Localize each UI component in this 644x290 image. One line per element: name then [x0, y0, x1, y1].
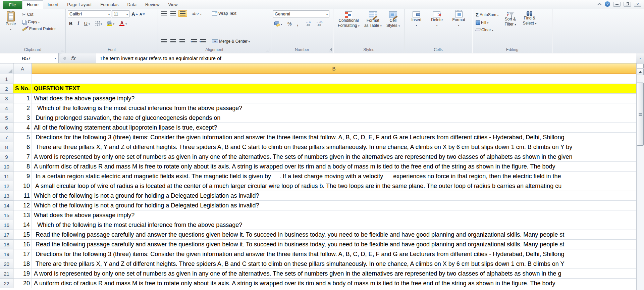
cell-col-b[interactable]: Directions for the following 3 (three) i…	[32, 133, 636, 142]
sort-filter-button[interactable]: AZ Sort & Filter	[502, 10, 518, 46]
cell-col-a[interactable]: 19	[13, 269, 32, 279]
cell-col-b[interactable]: There are three pillars X, Y and Z of di…	[32, 142, 636, 152]
cell-col-b[interactable]: What does the above passage imply?	[32, 94, 636, 103]
cell-col-b[interactable]: Read the following passage carefully and…	[32, 240, 636, 249]
cell-col-b[interactable]: A word is represented by only one set of…	[32, 269, 636, 279]
dialog-launcher-icon[interactable]	[329, 48, 332, 51]
tab-view[interactable]: View	[164, 1, 182, 9]
row-header[interactable]: 8	[0, 142, 13, 152]
borders-button[interactable]	[94, 20, 103, 27]
vertical-scrollbar[interactable]	[636, 63, 644, 290]
align-left-button[interactable]	[160, 39, 168, 44]
find-select-button[interactable]: Find & Select	[521, 10, 538, 46]
number-format-combobox[interactable]: General	[273, 10, 329, 17]
italic-button[interactable]: I	[76, 20, 80, 27]
cell-col-a[interactable]: 12	[13, 201, 32, 210]
cell-col-b[interactable]: Which of the following is the most cruci…	[32, 220, 636, 230]
grow-font-button[interactable]: A	[130, 10, 138, 17]
dialog-launcher-icon[interactable]	[61, 48, 64, 51]
cell-col-a[interactable]: 13	[13, 210, 32, 220]
row-header[interactable]: 2	[0, 84, 13, 94]
column-header-b[interactable]: B	[32, 63, 636, 74]
cell-col-b[interactable]: During prolonged starvation, the rate of…	[32, 113, 636, 123]
expand-formula-bar-icon[interactable]	[636, 53, 644, 63]
cell-col-b[interactable]	[32, 74, 636, 84]
restore-button[interactable]	[624, 2, 631, 7]
dialog-launcher-icon[interactable]	[266, 48, 269, 51]
comma-style-button[interactable]: ,	[296, 20, 300, 27]
row-header[interactable]: 18	[0, 240, 13, 249]
row-header[interactable]: 13	[0, 191, 13, 201]
cell-col-b[interactable]: Which of the following is the most cruci…	[32, 103, 636, 113]
row-header[interactable]: 11	[0, 172, 13, 181]
cell-col-a[interactable]: 11	[13, 191, 32, 201]
cell-col-b[interactable]: Read the following passage carefully and…	[32, 230, 636, 240]
cell-col-a[interactable]: 17	[13, 249, 32, 259]
cell-col-b[interactable]: A small circular loop of wire of radius …	[32, 181, 636, 191]
decrease-decimal-button[interactable]: →.00.00	[315, 20, 324, 27]
cell-col-a[interactable]: 18	[13, 259, 32, 269]
accounting-format-button[interactable]	[273, 21, 283, 27]
row-header[interactable]: 15	[0, 210, 13, 220]
autosum-button[interactable]: Σ AutoSum	[474, 11, 500, 18]
row-header[interactable]: 10	[0, 162, 13, 172]
minimize-button[interactable]	[613, 2, 621, 7]
cell-col-b[interactable]: A uniform disc of radius R and mass M is…	[32, 162, 636, 172]
cell-col-a[interactable]: 14	[13, 220, 32, 230]
clear-button[interactable]: Clear	[474, 27, 500, 33]
cell-col-b[interactable]: All of the following statement about lip…	[32, 123, 636, 133]
row-header[interactable]: 5	[0, 113, 13, 123]
row-header[interactable]: 6	[0, 123, 13, 133]
font-size-combobox[interactable]: 11	[112, 10, 129, 17]
paste-button[interactable]: Paste	[2, 10, 19, 46]
align-center-button[interactable]	[169, 39, 177, 44]
cell-col-a[interactable]: 2	[13, 103, 32, 113]
percent-style-button[interactable]: %	[286, 20, 293, 27]
tab-review[interactable]: Review	[141, 1, 164, 9]
close-button[interactable]: ×	[634, 2, 641, 7]
middle-align-button[interactable]	[169, 11, 177, 16]
row-header[interactable]: 4	[0, 103, 13, 113]
column-header-a[interactable]: A	[13, 63, 32, 74]
cell-col-b[interactable]: A uniform disc of radius R and mass M is…	[32, 279, 636, 288]
cell-col-b[interactable]: In a certain region static electric and …	[32, 172, 636, 181]
format-as-table-button[interactable]: Format as Table	[362, 10, 384, 46]
cell-col-b[interactable]: Which of the following is not a ground f…	[32, 201, 636, 210]
scrollbar-track[interactable]	[637, 75, 644, 290]
name-box-dropdown-icon[interactable]	[52, 57, 58, 60]
row-header[interactable]: 22	[0, 279, 13, 288]
tab-page-layout[interactable]: Page Layout	[63, 1, 96, 9]
tab-formulas[interactable]: Formulas	[96, 1, 123, 9]
cell-col-a[interactable]	[13, 74, 32, 84]
row-header[interactable]: 21	[0, 269, 13, 279]
cell-col-a[interactable]: 7	[13, 152, 32, 162]
format-cells-button[interactable]: Format	[450, 10, 467, 46]
name-box[interactable]: B57	[0, 53, 59, 63]
insert-function-icon[interactable]: fx	[71, 55, 75, 61]
font-color-button[interactable]: A	[118, 20, 128, 27]
decrease-indent-button[interactable]	[190, 39, 198, 44]
format-painter-button[interactable]: Format Painter	[21, 26, 57, 32]
cell-col-a[interactable]: 9	[13, 172, 32, 181]
row-header[interactable]: 20	[0, 259, 13, 269]
cell-col-a[interactable]: 6	[13, 142, 32, 152]
row-header[interactable]: 17	[0, 230, 13, 240]
row-header[interactable]: 7	[0, 133, 13, 142]
increase-decimal-button[interactable]: ←.0.00	[304, 20, 312, 27]
cell-col-a[interactable]: 3	[13, 113, 32, 123]
row-header[interactable]: 3	[0, 94, 13, 103]
cut-button[interactable]: ✂ Cut	[21, 11, 57, 18]
help-icon[interactable]: ?	[605, 1, 610, 7]
orientation-button[interactable]: ab	[191, 11, 203, 17]
row-header[interactable]: 9	[0, 152, 13, 162]
tab-home[interactable]: Home	[22, 0, 43, 9]
insert-cells-button[interactable]: ← Insert	[409, 10, 423, 46]
row-header[interactable]: 14	[0, 201, 13, 210]
cell-col-b[interactable]: QUESTION TEXT	[32, 84, 636, 94]
conditional-formatting-button[interactable]: Conditional Formatting	[336, 10, 362, 46]
shrink-font-button[interactable]: A	[138, 11, 145, 17]
copy-button[interactable]: Copy	[21, 19, 57, 25]
delete-cells-button[interactable]: × Delete	[429, 10, 445, 46]
cell-col-b[interactable]: What does the above passage imply?	[32, 210, 636, 220]
select-all-corner[interactable]	[0, 63, 13, 74]
